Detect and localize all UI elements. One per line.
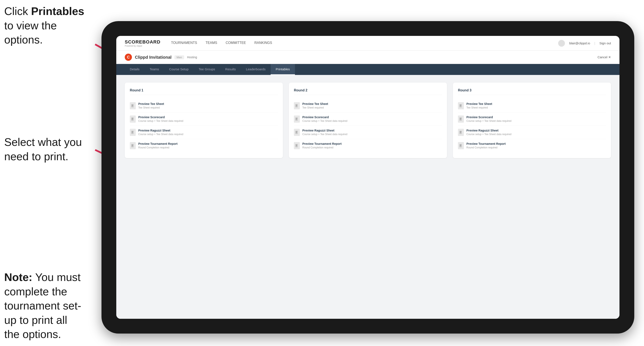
nav-menu: TOURNAMENTS TEAMS COMMITTEE RANKINGS	[171, 40, 272, 46]
svg-rect-40	[460, 117, 462, 121]
r1-teesheet-req: Tee Sheet required	[138, 106, 278, 109]
tablet-frame: SCOREBOARD Powered by clippd TOURNAMENTS…	[102, 21, 634, 334]
tab-teams[interactable]: Teams	[144, 64, 164, 75]
nav-rankings[interactable]: RANKINGS	[254, 40, 272, 46]
r3-raguzzi-name: Preview Raguzzi Sheet	[466, 129, 606, 132]
tab-details[interactable]: Details	[125, 64, 144, 75]
round3-scorecard[interactable]: Preview Scorecard Course setup + Tee She…	[458, 113, 606, 126]
tee-sheet-icon-r1	[130, 102, 136, 109]
tablet-screen: SCOREBOARD Powered by clippd TOURNAMENTS…	[116, 36, 620, 319]
round1-raguzzi[interactable]: Preview Raguzzi Sheet Course setup + Tee…	[130, 126, 278, 139]
tab-navigation: Details Teams Course Setup Tee Groups Re…	[116, 64, 620, 75]
nav-right: blair@clippd.io | Sign out	[558, 40, 611, 47]
round-1-title: Round 1	[130, 88, 278, 95]
scorecard-icon-r2	[294, 116, 300, 123]
svg-rect-48	[460, 144, 462, 147]
r2-scorecard-req: Course setup + Tee Sheet data required	[302, 120, 442, 122]
tab-printables[interactable]: Printables	[270, 64, 295, 75]
nav-committee[interactable]: COMMITTEE	[226, 40, 246, 46]
sign-out-link[interactable]: Sign out	[600, 41, 611, 45]
main-content: Round 1 Preview Tee Sheet	[116, 75, 620, 319]
r2-report-name: Preview Tournament Report	[302, 142, 442, 146]
report-icon-r2	[294, 142, 300, 149]
round-1-section: Round 1 Preview Tee Sheet	[125, 83, 283, 158]
tab-tee-groups[interactable]: Tee Groups	[194, 64, 220, 75]
round1-scorecard[interactable]: Preview Scorecard Course setup + Tee She…	[130, 113, 278, 126]
logo-subtitle: Powered by clippd	[125, 45, 160, 47]
r2-report-req: Round Completion required	[302, 146, 442, 149]
svg-rect-28	[295, 131, 298, 134]
nav-left: SCOREBOARD Powered by clippd TOURNAMENTS…	[125, 39, 272, 47]
user-avatar	[558, 40, 565, 47]
r1-scorecard-req: Course setup + Tee Sheet data required	[138, 120, 278, 122]
tab-leaderboards[interactable]: Leaderboards	[241, 64, 270, 75]
round-2-section: Round 2 Preview Tee Sheet Tee Sheet requ…	[289, 83, 447, 158]
r1-scorecard-name: Preview Scorecard	[138, 116, 278, 119]
r2-teesheet-name: Preview Tee Sheet	[302, 102, 442, 106]
report-icon-r3	[458, 142, 464, 149]
cancel-button[interactable]: Cancel ✕	[598, 55, 611, 59]
tournament-title-group: C Clippd Invitational Men Hosting	[125, 54, 197, 61]
r2-scorecard-name: Preview Scorecard	[302, 116, 442, 119]
user-email: blair@clippd.io	[569, 41, 590, 45]
svg-rect-8	[131, 117, 134, 121]
round-3-section: Round 3 Preview Tee Sheet Tee Sheet requ…	[453, 83, 611, 158]
round2-tournament-report[interactable]: Preview Tournament Report Round Completi…	[294, 139, 442, 152]
nav-tournaments[interactable]: TOURNAMENTS	[171, 40, 197, 46]
r3-raguzzi-req: Course setup + Tee Sheet data required	[466, 133, 606, 136]
round3-tee-sheet[interactable]: Preview Tee Sheet Tee Sheet required	[458, 99, 606, 113]
scorecard-icon-r3	[458, 116, 464, 123]
annotation-bottom: Note: You must complete the tournament s…	[4, 270, 84, 342]
tournament-name: Clippd Invitational	[135, 55, 172, 60]
tournament-header: C Clippd Invitational Men Hosting Cancel…	[116, 51, 620, 64]
r3-report-name: Preview Tournament Report	[466, 142, 606, 146]
svg-rect-4	[131, 104, 134, 107]
tee-sheet-icon-r2	[294, 102, 300, 109]
r1-raguzzi-req: Course setup + Tee Sheet data required	[138, 133, 278, 136]
round1-tee-sheet[interactable]: Preview Tee Sheet Tee Sheet required	[130, 99, 278, 113]
svg-rect-12	[131, 131, 134, 134]
svg-rect-32	[295, 144, 298, 147]
r1-report-name: Preview Tournament Report	[138, 142, 278, 146]
rounds-grid: Round 1 Preview Tee Sheet	[125, 83, 611, 158]
r2-teesheet-req: Tee Sheet required	[302, 106, 442, 109]
round3-tournament-report[interactable]: Preview Tournament Report Round Completi…	[458, 139, 606, 152]
report-icon-r1	[130, 142, 136, 149]
svg-rect-24	[295, 117, 298, 121]
r3-teesheet-req: Tee Sheet required	[466, 106, 606, 109]
tab-results[interactable]: Results	[220, 64, 241, 75]
r3-report-req: Round Completion required	[466, 146, 606, 149]
raguzzi-icon-r2	[294, 129, 300, 136]
tee-sheet-icon-r3	[458, 102, 464, 109]
svg-rect-36	[460, 104, 462, 107]
tournament-status: Hosting	[187, 55, 197, 59]
r1-report-req: Round Completion required	[138, 146, 278, 149]
annotation-middle: Select what you need to print.	[4, 135, 84, 164]
round1-tournament-report[interactable]: Preview Tournament Report Round Completi…	[130, 139, 278, 152]
r3-scorecard-name: Preview Scorecard	[466, 116, 606, 119]
r2-raguzzi-name: Preview Raguzzi Sheet	[302, 129, 442, 132]
r1-teesheet-name: Preview Tee Sheet	[138, 102, 278, 106]
round-3-title: Round 3	[458, 88, 606, 95]
svg-rect-44	[460, 131, 462, 134]
round-2-title: Round 2	[294, 88, 442, 95]
tournament-badge: Men	[174, 55, 184, 59]
r2-raguzzi-req: Course setup + Tee Sheet data required	[302, 133, 442, 136]
tab-course-setup[interactable]: Course Setup	[164, 64, 194, 75]
annotation-top: Click Printables to view the options.	[4, 4, 84, 47]
nav-teams[interactable]: TEAMS	[206, 40, 217, 46]
svg-rect-16	[131, 144, 134, 147]
tournament-logo: C	[125, 54, 132, 61]
raguzzi-icon-r3	[458, 129, 464, 136]
r1-raguzzi-name: Preview Raguzzi Sheet	[138, 129, 278, 132]
round2-raguzzi[interactable]: Preview Raguzzi Sheet Course setup + Tee…	[294, 126, 442, 139]
scoreboard-logo: SCOREBOARD Powered by clippd	[125, 39, 160, 47]
round2-tee-sheet[interactable]: Preview Tee Sheet Tee Sheet required	[294, 99, 442, 113]
logo-title: SCOREBOARD	[125, 39, 160, 45]
r3-teesheet-name: Preview Tee Sheet	[466, 102, 606, 106]
scorecard-icon-r1	[130, 116, 136, 123]
svg-rect-20	[295, 104, 298, 107]
top-navigation: SCOREBOARD Powered by clippd TOURNAMENTS…	[116, 36, 620, 51]
round2-scorecard[interactable]: Preview Scorecard Course setup + Tee She…	[294, 113, 442, 126]
round3-raguzzi[interactable]: Preview Raguzzi Sheet Course setup + Tee…	[458, 126, 606, 139]
